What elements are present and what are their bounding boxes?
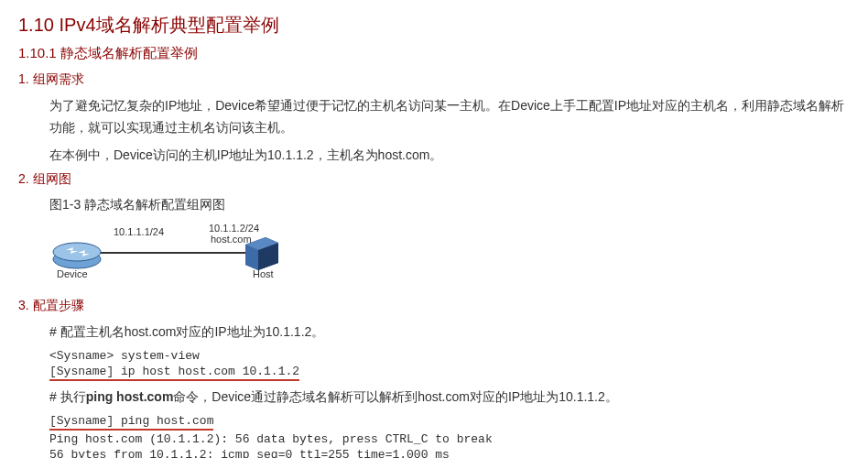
cli-output-1: Ping host.com (10.1.1.2): 56 data bytes,… xyxy=(49,432,850,446)
cli-underlined-1: [Sysname] ip host host.com 10.1.1.2 xyxy=(49,365,299,381)
step-desc-1: # 配置主机名host.com对应的IP地址为10.1.1.2。 xyxy=(49,322,850,344)
step-desc-2b: ping host.com xyxy=(86,389,174,404)
step-desc-2: # 执行ping host.com命令，Device通过静态域名解析可以解析到h… xyxy=(49,387,850,409)
subheading-steps: 3. 配置步骤 xyxy=(18,298,850,314)
network-link-line xyxy=(101,252,245,254)
section-title-1-10-1: 1.10.1 静态域名解析配置举例 xyxy=(18,45,850,62)
svg-point-1 xyxy=(53,243,101,261)
requirements-text-1: 为了避免记忆复杂的IP地址，Device希望通过便于记忆的主机名访问某一主机。在… xyxy=(49,95,850,139)
cli-output-2: 56 bytes from 10.1.1.2: icmp_seq=0 ttl=2… xyxy=(49,448,850,458)
host-ip-label: 10.1.1.2/24 xyxy=(209,223,259,234)
router-icon xyxy=(49,234,104,270)
device-label: Device xyxy=(57,268,88,279)
network-diagram: 10.1.1.1/24 10.1.1.2/24 host.com Device … xyxy=(49,221,324,285)
cli-line-system-view: <Sysname> system-view xyxy=(49,349,850,363)
section-title-1-10: 1.10 IPv4域名解析典型配置举例 xyxy=(18,13,850,38)
cli-line-ping: [Sysname] ping host.com xyxy=(49,414,850,431)
device-ip-label: 10.1.1.1/24 xyxy=(114,226,164,237)
cli-line-ip-host: [Sysname] ip host host.com 10.1.1.2 xyxy=(49,365,850,381)
figure-caption: 图1-3 静态域名解析配置组网图 xyxy=(49,197,850,213)
step-desc-2c: 命令，Device通过静态域名解析可以解析到host.com对应的IP地址为10… xyxy=(173,389,617,404)
host-label: Host xyxy=(253,268,274,279)
subheading-requirements: 1. 组网需求 xyxy=(18,71,850,88)
subheading-diagram: 2. 组网图 xyxy=(18,171,850,188)
host-domain-label: host.com xyxy=(211,234,252,245)
requirements-text-2: 在本例中，Device访问的主机IP地址为10.1.1.2，主机名为host.c… xyxy=(49,145,850,167)
cli-underlined-2: [Sysname] ping host.com xyxy=(49,414,213,431)
step-desc-2a: # 执行 xyxy=(49,389,86,404)
